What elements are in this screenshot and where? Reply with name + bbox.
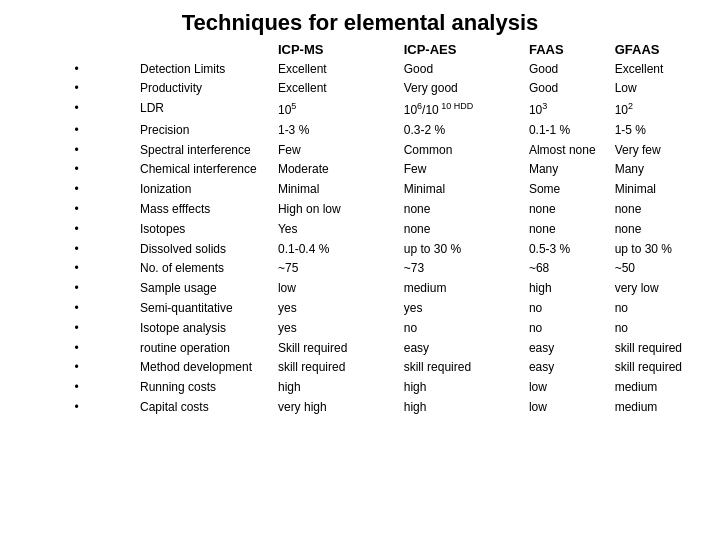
- cell-faas: no: [523, 299, 609, 319]
- cell-icpaes: no: [398, 318, 523, 338]
- table-row: •Method developmentskill requiredskill r…: [15, 358, 705, 378]
- bullet: •: [15, 338, 134, 358]
- cell-faas: no: [523, 318, 609, 338]
- cell-gfaas: no: [609, 299, 705, 319]
- row-label: Detection Limits: [134, 59, 272, 79]
- bullet: •: [15, 79, 134, 99]
- bullet: •: [15, 219, 134, 239]
- table-row: •IonizationMinimalMinimalSomeMinimal: [15, 180, 705, 200]
- cell-icpaes: ~73: [398, 259, 523, 279]
- table-row: •Sample usagelowmediumhighvery low: [15, 279, 705, 299]
- row-label: LDR: [134, 99, 272, 121]
- bullet: •: [15, 140, 134, 160]
- table-row: •Mass efffectsHigh on lownonenonenone: [15, 200, 705, 220]
- cell-gfaas: medium: [609, 378, 705, 398]
- cell-gfaas: Excellent: [609, 59, 705, 79]
- cell-icpaes: Few: [398, 160, 523, 180]
- cell-icpaes: skill required: [398, 358, 523, 378]
- cell-faas: Good: [523, 79, 609, 99]
- cell-gfaas: medium: [609, 398, 705, 418]
- cell-gfaas: Very few: [609, 140, 705, 160]
- row-label: Semi-quantitative: [134, 299, 272, 319]
- bullet: •: [15, 160, 134, 180]
- cell-icpaes: none: [398, 200, 523, 220]
- bullet: •: [15, 299, 134, 319]
- bullet: •: [15, 200, 134, 220]
- table-row: •IsotopesYesnonenonenone: [15, 219, 705, 239]
- bullet: •: [15, 180, 134, 200]
- page-title: Techniques for elemental analysis: [15, 10, 705, 36]
- row-label: Method development: [134, 358, 272, 378]
- col-faas-header: FAAS: [523, 40, 609, 59]
- cell-gfaas: up to 30 %: [609, 239, 705, 259]
- cell-icpms: 1-3 %: [272, 120, 398, 140]
- table-row: •Spectral interferenceFewCommonAlmost no…: [15, 140, 705, 160]
- table-row: •LDR105106/10 10 HDD103102: [15, 99, 705, 121]
- cell-faas: Almost none: [523, 140, 609, 160]
- cell-faas: 103: [523, 99, 609, 121]
- cell-gfaas: none: [609, 200, 705, 220]
- row-label: Mass efffects: [134, 200, 272, 220]
- table-row: •routine operationSkill requiredeasyeasy…: [15, 338, 705, 358]
- cell-gfaas: very low: [609, 279, 705, 299]
- cell-icpaes: none: [398, 219, 523, 239]
- table-row: •Semi-quantitativeyesyesnono: [15, 299, 705, 319]
- table-row: •Running costshighhighlowmedium: [15, 378, 705, 398]
- cell-icpaes: 0.3-2 %: [398, 120, 523, 140]
- row-label: Isotope analysis: [134, 318, 272, 338]
- cell-gfaas: 102: [609, 99, 705, 121]
- cell-faas: easy: [523, 358, 609, 378]
- table-row: •Precision1-3 %0.3-2 %0.1-1 %1-5 %: [15, 120, 705, 140]
- row-label: Sample usage: [134, 279, 272, 299]
- cell-gfaas: 1-5 %: [609, 120, 705, 140]
- cell-icpaes: high: [398, 398, 523, 418]
- cell-faas: none: [523, 219, 609, 239]
- cell-faas: 0.1-1 %: [523, 120, 609, 140]
- cell-icpaes: 106/10 10 HDD: [398, 99, 523, 121]
- table-row: •Isotope analysisyesnonono: [15, 318, 705, 338]
- table-row: •ProductivityExcellentVery goodGoodLow: [15, 79, 705, 99]
- cell-icpms: Yes: [272, 219, 398, 239]
- cell-icpms: skill required: [272, 358, 398, 378]
- cell-gfaas: no: [609, 318, 705, 338]
- cell-icpms: yes: [272, 299, 398, 319]
- cell-icpaes: Very good: [398, 79, 523, 99]
- table-row: •Capital costsvery highhighlowmedium: [15, 398, 705, 418]
- cell-faas: ~68: [523, 259, 609, 279]
- row-label: Dissolved solids: [134, 239, 272, 259]
- cell-gfaas: ~50: [609, 259, 705, 279]
- row-label: Ionization: [134, 180, 272, 200]
- cell-icpaes: medium: [398, 279, 523, 299]
- cell-faas: low: [523, 398, 609, 418]
- row-label: Spectral interference: [134, 140, 272, 160]
- cell-icpms: Skill required: [272, 338, 398, 358]
- col-label-header: [134, 40, 272, 59]
- cell-icpms: Minimal: [272, 180, 398, 200]
- row-label: Capital costs: [134, 398, 272, 418]
- cell-icpaes: Minimal: [398, 180, 523, 200]
- cell-icpaes: high: [398, 378, 523, 398]
- cell-faas: none: [523, 200, 609, 220]
- table-row: •No. of elements~75~73~68~50: [15, 259, 705, 279]
- row-label: Running costs: [134, 378, 272, 398]
- cell-icpms: high: [272, 378, 398, 398]
- bullet: •: [15, 59, 134, 79]
- cell-icpms: Excellent: [272, 59, 398, 79]
- bullet: •: [15, 259, 134, 279]
- row-label: No. of elements: [134, 259, 272, 279]
- cell-faas: Good: [523, 59, 609, 79]
- cell-faas: high: [523, 279, 609, 299]
- bullet: •: [15, 99, 134, 121]
- bullet: •: [15, 378, 134, 398]
- table-row: •Chemical interferenceModerateFewManyMan…: [15, 160, 705, 180]
- col-icpaes-header: ICP-AES: [398, 40, 523, 59]
- bullet-header: [15, 40, 134, 59]
- bullet: •: [15, 279, 134, 299]
- cell-gfaas: Minimal: [609, 180, 705, 200]
- cell-faas: Some: [523, 180, 609, 200]
- bullet: •: [15, 120, 134, 140]
- cell-icpms: Excellent: [272, 79, 398, 99]
- bullet: •: [15, 318, 134, 338]
- cell-icpaes: Common: [398, 140, 523, 160]
- cell-icpms: Few: [272, 140, 398, 160]
